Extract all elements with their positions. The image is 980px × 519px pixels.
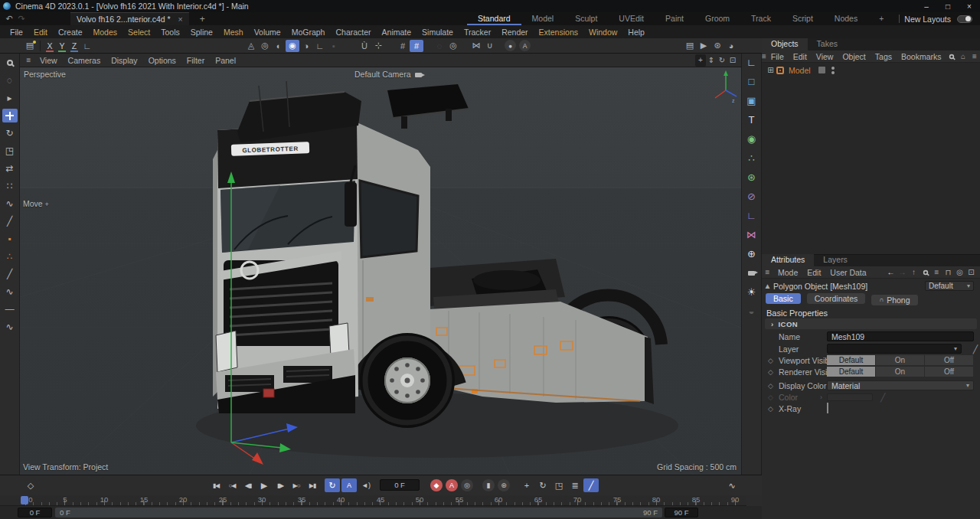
viewport-menu-display[interactable]: Display	[106, 56, 142, 65]
key-diamond-icon[interactable]: ◇	[768, 405, 773, 413]
attributes-filter-icon[interactable]: ≡	[931, 268, 942, 276]
menu-create[interactable]: Create	[53, 28, 88, 37]
truck-model[interactable]: GLOBETROTTER	[196, 81, 678, 458]
playback-loop-toggle[interactable]: ↻	[325, 478, 340, 492]
pla-range-toggle[interactable]: A	[341, 478, 357, 492]
material-editor-icon[interactable]: ◕	[724, 40, 738, 52]
key-diamond-icon[interactable]: ◇	[768, 368, 773, 376]
menu-edit[interactable]: Edit	[28, 28, 53, 37]
search-tool-icon[interactable]	[2, 56, 18, 70]
make-editable-icon[interactable]: ◬	[244, 40, 258, 52]
keying-settings-button[interactable]: ⊛	[498, 479, 510, 491]
menu-extensions[interactable]: Extensions	[534, 28, 583, 37]
viewport-menu-panel[interactable]: Panel	[210, 56, 241, 65]
add-text-button[interactable]: T	[743, 113, 760, 127]
menu-spline[interactable]: Spline	[185, 28, 218, 37]
add-deformer-button[interactable]: ⊘	[743, 189, 760, 204]
menu-mesh[interactable]: Mesh	[218, 28, 249, 37]
move-tool-icon[interactable]	[2, 109, 18, 122]
tab-close-icon[interactable]: ×	[178, 15, 183, 24]
keyframe-selection-button[interactable]: ◎	[461, 479, 473, 491]
add-field-button[interactable]: ∟	[743, 208, 760, 223]
pill-coordinates[interactable]: Coordinates	[807, 293, 866, 304]
objects-filter-icon[interactable]: ≡	[969, 52, 980, 60]
play-button[interactable]: ▶	[256, 478, 272, 492]
display-color-dropdown[interactable]: Material ▾	[827, 380, 974, 390]
quantize-snap-icon[interactable]: #	[410, 40, 423, 52]
anim-mode-button[interactable]: ▮	[482, 479, 495, 491]
xray-checkbox[interactable]	[827, 403, 828, 413]
render-settings-button[interactable]: ⊛	[710, 40, 724, 52]
close-button[interactable]: ×	[959, 2, 980, 11]
lock-x-axis-button[interactable]: X	[44, 40, 56, 52]
live-selection-tool-icon[interactable]: ◌	[2, 73, 18, 87]
tab-takes[interactable]: Takes	[808, 38, 847, 51]
add-generator-button[interactable]: ⊛	[743, 170, 760, 184]
workplane-grid-icon[interactable]: #	[396, 40, 410, 52]
add-tab-button[interactable]: +	[200, 14, 205, 24]
playhead[interactable]	[21, 496, 28, 504]
attributes-menu-userdata[interactable]: User Data	[825, 268, 871, 277]
menu-modes[interactable]: Modes	[88, 28, 123, 37]
layout-tab-script[interactable]: Script	[782, 12, 824, 25]
tab-attributes[interactable]: Attributes	[762, 254, 814, 266]
sketch-tool-icon[interactable]: ∿	[2, 320, 18, 334]
pill-basic[interactable]: Basic	[766, 293, 801, 304]
attributes-hamburger-icon[interactable]: ≡	[762, 268, 773, 276]
key-pla-toggle[interactable]: ╱	[583, 478, 599, 492]
tree-row-model[interactable]: ⊞ Model	[762, 64, 980, 76]
layout-tab-sculpt[interactable]: Sculpt	[564, 12, 608, 25]
pill-phong[interactable]: ∩Phong	[871, 295, 917, 305]
objects-menu-edit[interactable]: Edit	[789, 52, 812, 61]
scale-tool-icon[interactable]: ◳	[2, 144, 18, 158]
add-symmetry-button[interactable]: ⋈	[743, 227, 760, 242]
transfer-tool-icon[interactable]: ⇄	[2, 162, 18, 175]
renderer-visibility-default[interactable]: Default	[827, 367, 876, 377]
range-end-handle[interactable]: 90 F	[643, 508, 658, 517]
perspective-viewport[interactable]: Perspective Default Camera Move + View T…	[20, 67, 741, 475]
add-spline-button[interactable]: □	[743, 74, 760, 89]
sound-toggle[interactable]: ◄)	[358, 478, 374, 492]
key-scale-toggle[interactable]: ◳	[551, 478, 567, 492]
range-start-handle[interactable]: 0 F	[60, 508, 70, 517]
viewport-visibility-on[interactable]: On	[876, 355, 925, 365]
workplane-mode-icon[interactable]: ∟	[313, 40, 327, 52]
add-camera-button[interactable]	[743, 266, 760, 280]
lock-z-axis-button[interactable]: Z	[68, 40, 80, 52]
icon-group-header[interactable]: › ICON	[765, 318, 977, 329]
layout-tab-standard[interactable]: Standard	[467, 12, 521, 25]
snap-disabled-icon[interactable]: ◌	[433, 40, 446, 52]
prev-key-button[interactable]: ○◀	[224, 478, 240, 492]
range-end-field[interactable]: 90 F	[665, 508, 698, 517]
timeline-ruler[interactable]: 0 5 10 15 20 25 30 35 40 45 50 55 60 65 …	[0, 495, 746, 506]
preset-dropdown[interactable]: Default ▾	[925, 281, 974, 291]
next-frame-button[interactable]: ▮▶	[273, 478, 288, 492]
menu-animate[interactable]: Animate	[377, 28, 417, 37]
viewport-menu-cameras[interactable]: Cameras	[63, 56, 106, 65]
record-button[interactable]: ◆	[430, 479, 443, 491]
attributes-menu-mode[interactable]: Mode	[773, 268, 802, 277]
layout-tab-groom[interactable]: Groom	[694, 12, 740, 25]
timeline-key-icon[interactable]: ◇	[23, 478, 38, 492]
add-subdivision-surface-button[interactable]: ◉	[743, 132, 760, 146]
model-mode-icon[interactable]: ◎	[258, 40, 272, 52]
viewport-maximize-icon[interactable]: ⊡	[727, 54, 738, 67]
menu-volume[interactable]: Volume	[249, 28, 286, 37]
lock-icon[interactable]: ⊓	[942, 268, 954, 276]
expand-icon[interactable]: ⊞	[765, 66, 776, 74]
snap-target-icon[interactable]: ◎	[446, 40, 460, 52]
key-rotation-toggle[interactable]: ↻	[535, 478, 550, 492]
menu-window[interactable]: Window	[583, 28, 622, 37]
key-diamond-icon[interactable]: ◇	[768, 357, 773, 364]
render-picture-viewer-button[interactable]: ▶	[697, 40, 710, 52]
tab-layers[interactable]: Layers	[814, 254, 857, 266]
track-icon[interactable]: ◎	[954, 268, 965, 276]
multi-move-tool-icon[interactable]: ∷	[2, 179, 18, 193]
next-key-button[interactable]: ▶○	[289, 478, 304, 492]
history-back-icon[interactable]: ←	[885, 268, 897, 276]
add-light-button[interactable]: ☀	[743, 285, 760, 299]
document-tab[interactable]: Volvo fh16 2...nterior.c4d * ×	[70, 12, 189, 25]
texture-mode-icon[interactable]: ◐	[272, 40, 286, 52]
key-parameter-toggle[interactable]: ≣	[567, 478, 583, 492]
menu-mograph[interactable]: MoGraph	[286, 28, 331, 37]
